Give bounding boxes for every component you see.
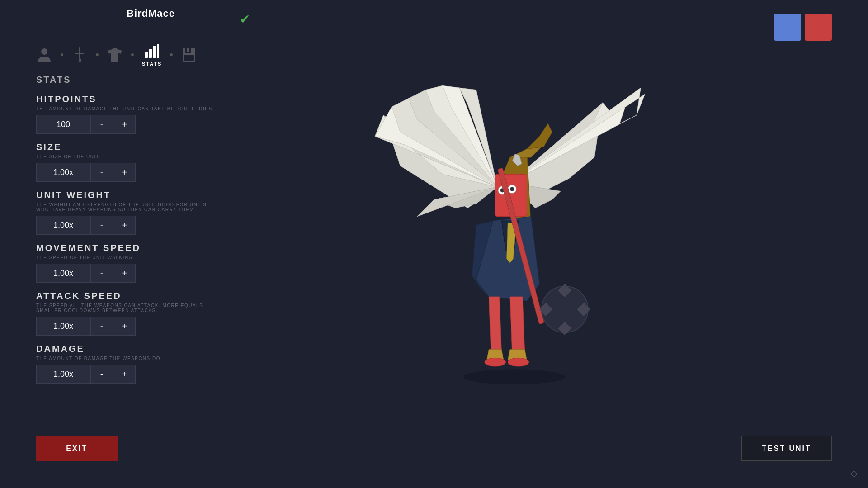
stat-minus-button[interactable]: - (90, 163, 113, 182)
svg-rect-2 (75, 53, 84, 54)
stat-plus-button[interactable]: + (113, 163, 136, 182)
nav-separator (96, 53, 99, 56)
svg-marker-48 (510, 297, 525, 351)
svg-point-51 (508, 358, 529, 366)
svg-rect-7 (157, 44, 159, 58)
stat-name: HITPOINTS (36, 94, 217, 104)
color-swatch-blue[interactable] (774, 14, 801, 41)
svg-marker-29 (527, 123, 552, 149)
stat-minus-button[interactable]: - (90, 264, 113, 283)
stat-value: 100 (36, 115, 90, 134)
svg-rect-5 (149, 49, 152, 58)
stat-name: DAMAGE (36, 344, 217, 354)
stat-minus-button[interactable]: - (90, 365, 113, 384)
stat-description: THE AMOUNT OF DAMAGE THE UNIT CAN TAKE B… (36, 106, 217, 111)
stat-name: UNIT WEIGHT (36, 190, 217, 200)
stat-minus-button[interactable]: - (90, 216, 113, 235)
stat-plus-button[interactable]: + (113, 317, 136, 336)
unit-name: BirdMace (127, 8, 175, 19)
stat-row-attack-speed: ATTACK SPEED THE SPEED ALL THE WEAPONS C… (36, 291, 217, 336)
exit-button[interactable]: EXIT (36, 436, 118, 461)
nav-separator (131, 53, 134, 56)
svg-rect-4 (145, 52, 148, 58)
stat-name: MOVEMENT SPEED (36, 243, 217, 253)
stat-name: SIZE (36, 142, 217, 152)
stat-row-size: SIZE THE SIZE OF THE UNIT. 1.00x - + (36, 142, 217, 182)
stat-minus-button[interactable]: - (90, 317, 113, 336)
nav-separator (170, 53, 173, 56)
svg-marker-46 (489, 297, 501, 351)
stat-plus-button[interactable]: + (113, 115, 136, 134)
feet (485, 358, 529, 366)
svg-rect-6 (153, 46, 156, 58)
test-unit-button[interactable]: TEST UNIT (741, 436, 832, 461)
svg-rect-10 (187, 48, 189, 52)
svg-point-50 (485, 358, 506, 366)
nav-stats[interactable]: STATS (142, 43, 162, 66)
stat-row-damage: DAMAGE THE AMOUNT OF DAMAGE THE WEAPONS … (36, 344, 217, 384)
color-swatches (774, 14, 832, 41)
stat-name: ATTACK SPEED (36, 291, 217, 301)
stat-value: 1.00x (36, 317, 90, 336)
svg-rect-11 (184, 55, 194, 61)
color-swatch-red[interactable] (805, 14, 832, 41)
stat-value: 1.00x (36, 365, 90, 384)
legs (487, 297, 527, 360)
stats-title: STATS (36, 75, 217, 85)
svg-rect-3 (79, 58, 81, 62)
decorative-circle (851, 471, 857, 477)
stat-row-movement-speed: MOVEMENT SPEED THE SPEED OF THE UNIT WAL… (36, 243, 217, 283)
nav-stats-label: STATS (142, 61, 162, 66)
stat-value: 1.00x (36, 163, 90, 182)
stat-plus-button[interactable]: + (113, 216, 136, 235)
nav-shirt[interactable] (107, 47, 123, 63)
nav-bar: STATS (36, 43, 197, 66)
stat-description: THE WEIGHT AND STRENGTH OF THE UNIT. GOO… (36, 202, 217, 212)
svg-point-52 (463, 369, 565, 384)
stat-description: THE AMOUNT OF DAMAGE THE WEAPONS DO. (36, 356, 217, 361)
stat-value: 1.00x (36, 216, 90, 235)
stat-plus-button[interactable]: + (113, 264, 136, 283)
left-wing (375, 85, 497, 216)
svg-point-0 (41, 48, 47, 55)
stat-value: 1.00x (36, 264, 90, 283)
nav-sword[interactable] (71, 47, 88, 63)
stat-description: THE SPEED OF THE UNIT WALKING. (36, 255, 217, 260)
nav-save[interactable] (181, 47, 197, 63)
svg-point-38 (510, 187, 514, 191)
stat-description: THE SPEED ALL THE WEAPONS CAN ATTACK. MO… (36, 303, 217, 313)
nav-person[interactable] (36, 47, 52, 63)
character-display (262, 36, 732, 443)
stat-minus-button[interactable]: - (90, 115, 113, 134)
stat-plus-button[interactable]: + (113, 365, 136, 384)
stat-row-unit-weight: UNIT WEIGHT THE WEIGHT AND STRENGTH OF T… (36, 190, 217, 235)
checkmark-icon: ✔ (240, 12, 250, 27)
nav-separator (61, 53, 63, 56)
stats-section: STATS HITPOINTS THE AMOUNT OF DAMAGE THE… (36, 75, 217, 392)
body (472, 216, 539, 301)
stat-description: THE SIZE OF THE UNIT. (36, 154, 217, 159)
stat-row-hitpoints: HITPOINTS THE AMOUNT OF DAMAGE THE UNIT … (36, 94, 217, 134)
